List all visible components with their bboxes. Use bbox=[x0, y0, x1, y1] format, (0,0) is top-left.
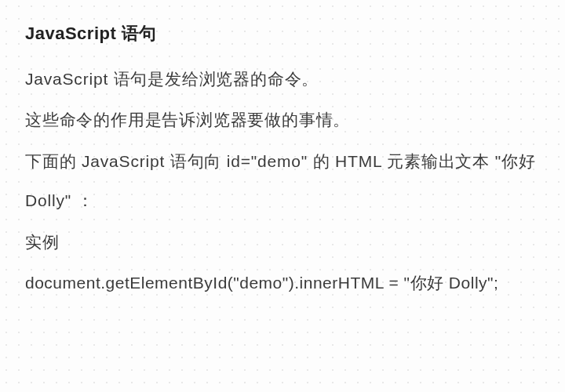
paragraph-1: JavaScript 语句是发给浏览器的命令。 bbox=[25, 60, 540, 99]
paragraph-2: 这些命令的作用是告诉浏览器要做的事情。 bbox=[25, 100, 540, 140]
example-label: 实例 bbox=[25, 223, 540, 262]
paragraph-3: 下面的 JavaScript 语句向 id="demo" 的 HTML 元素输出… bbox=[25, 142, 540, 221]
code-example: document.getElementById("demo").innerHTM… bbox=[25, 263, 540, 303]
section-heading: JavaScript 语句 bbox=[25, 22, 540, 45]
